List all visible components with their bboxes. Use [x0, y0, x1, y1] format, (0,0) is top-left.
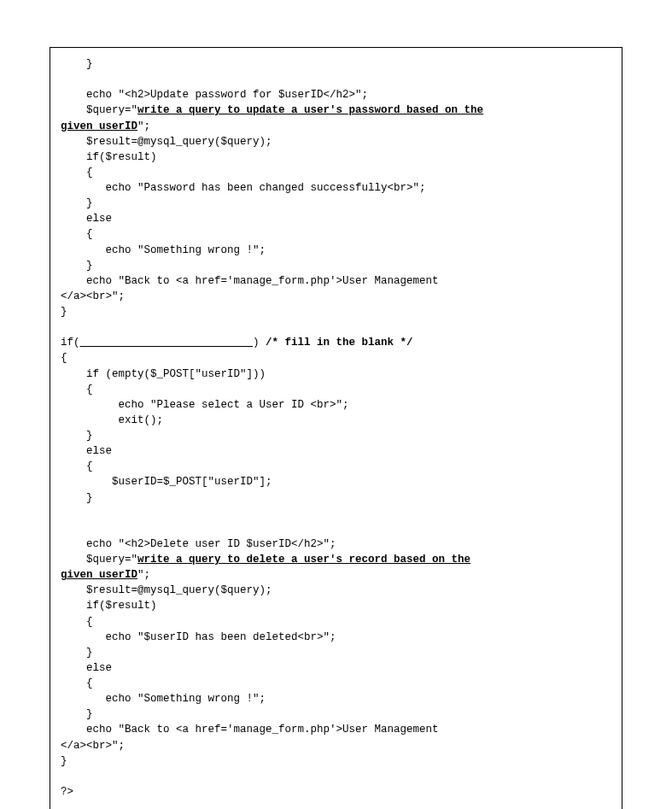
code-line: echo "Something wrong !"; — [61, 693, 266, 705]
code-line: } — [61, 647, 93, 659]
code-line: </a><br>"; — [61, 290, 125, 302]
code-line: exit(); — [61, 414, 163, 426]
code-line: } — [61, 492, 93, 504]
instruction-text: write a query to update a user's passwor… — [137, 104, 483, 116]
code-line: echo "<h2>Delete user ID $userID</h2>"; — [61, 538, 336, 550]
code-line: echo "<h2>Update password for $userID</h… — [61, 89, 368, 101]
code-line: echo "Back to <a href='manage_form.php'>… — [61, 275, 439, 287]
code-line: if( — [61, 337, 80, 349]
code-line: } — [61, 430, 93, 442]
code-block: } echo "<h2>Update password for $userID<… — [50, 47, 622, 809]
code-line: } — [61, 708, 93, 720]
code-line: } — [61, 260, 93, 272]
code-line: if (empty($_POST["userID"])) — [61, 368, 266, 380]
code-line: { — [61, 616, 93, 628]
code-line: $query=" — [61, 554, 137, 566]
code-line: { — [61, 460, 93, 472]
code-line: } — [61, 58, 93, 70]
code-line: else — [61, 445, 112, 457]
code-line: } — [61, 197, 93, 209]
page-container: } echo "<h2>Update password for $userID<… — [0, 0, 672, 809]
code-line: { — [61, 677, 93, 689]
code-line: $result=@mysql_query($query); — [61, 584, 272, 596]
code-line: { — [61, 228, 93, 240]
code-line: else — [61, 662, 112, 674]
code-line: { — [61, 352, 67, 364]
instruction-text: write a query to delete a user's record … — [137, 554, 470, 566]
code-line: echo "Please select a User ID <br>"; — [61, 399, 349, 411]
code-line: $query=" — [61, 104, 137, 116]
instruction-text: given userID — [61, 569, 137, 581]
fill-blank — [80, 335, 254, 350]
code-line: { — [61, 167, 93, 179]
code-line: } — [61, 755, 67, 767]
code-line: $result=@mysql_query($query); — [61, 136, 272, 148]
instruction-text: given userID — [61, 120, 137, 132]
code-line: ?> — [61, 786, 73, 798]
comment-text: /* fill in the blank */ — [266, 337, 413, 349]
code-line: { — [61, 384, 93, 396]
code-line: echo "Back to <a href='manage_form.php'>… — [61, 724, 439, 736]
code-line: </a><br>"; — [61, 740, 125, 752]
code-line: echo "$userID has been deleted<br>"; — [61, 631, 336, 643]
code-line: echo "Something wrong !"; — [61, 244, 266, 256]
code-line: echo "Password has been changed successf… — [61, 182, 426, 194]
code-line: else — [61, 213, 112, 225]
code-line: $userID=$_POST["userID"]; — [61, 476, 272, 488]
code-line: ) — [253, 337, 266, 349]
code-line: "; — [137, 569, 150, 581]
code-line: } — [61, 306, 67, 318]
code-line: "; — [137, 120, 150, 132]
code-line: if($result) — [61, 151, 157, 163]
code-line: if($result) — [61, 600, 157, 612]
